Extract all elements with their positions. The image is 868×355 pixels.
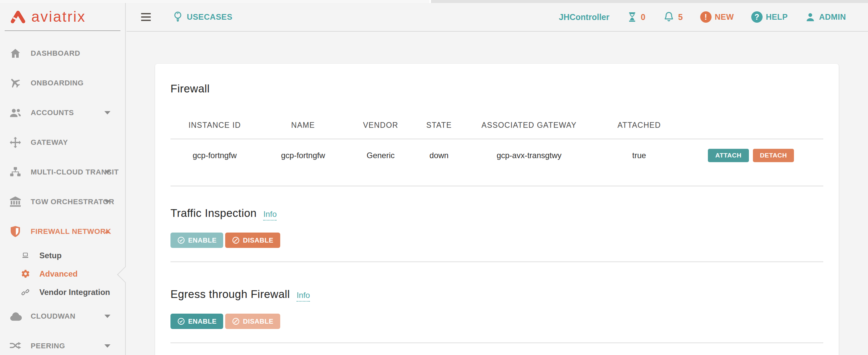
question-icon: ? [751,11,763,23]
new-label: NEW [715,12,734,22]
whats-new-button[interactable]: ! NEW [700,11,734,23]
menu-toggle-button[interactable] [141,13,151,21]
egress-disable-button[interactable]: DISABLE [225,314,280,329]
users-icon [8,106,23,119]
cell-name: gcp-fortngfw [259,148,347,163]
tasks-count: 0 [641,12,646,22]
egress-title: Egress through Firewall [170,288,290,301]
col-header-name: NAME [259,120,347,130]
top-scrollbar-thumb[interactable] [0,0,431,3]
sidebar-item-tgw-orchestrator[interactable]: TGW ORCHESTRATOR [0,187,125,216]
traffic-inspection-title: Traffic Inspection [170,207,256,220]
admin-menu[interactable]: ADMIN [805,11,846,23]
cell-instance-id: gcp-fortngfw [170,148,259,163]
aviatrix-logo-icon [9,8,27,25]
shuffle-icon [8,339,23,352]
brand-logo[interactable]: aviatrix [5,3,120,31]
main-content: Firewall INSTANCE ID NAME VENDOR STATE A… [126,32,868,355]
slash-circle-icon [232,317,240,325]
home-icon [8,48,23,59]
sidebar-item-multi-cloud-transit[interactable]: MULTI-CLOUD TRANSIT [0,157,125,187]
check-circle-icon [177,236,185,244]
plane-icon [8,77,23,89]
tasks-indicator[interactable]: 0 [627,11,646,23]
sidebar-subitem-setup[interactable]: Setup [0,246,125,265]
egress-info-link[interactable]: Info [297,291,310,302]
controller-name[interactable]: JHController [559,12,609,22]
brand-wordmark: aviatrix [31,8,86,25]
sidebar-item-peering[interactable]: PEERING [0,331,125,355]
notifications-indicator[interactable]: 5 [663,11,683,23]
sidebar-item-gateway[interactable]: GATEWAY [0,127,125,157]
chevron-down-icon [104,171,111,174]
chevron-down-icon [104,111,111,114]
table-row: gcp-fortngfw gcp-fortngfw Generic down g… [170,140,823,186]
help-button[interactable]: ? HELP [751,11,788,23]
cloud-icon [8,309,23,323]
bank-icon [8,196,23,208]
egress-enable-button[interactable]: ENABLE [170,314,223,329]
firewall-card: Firewall INSTANCE ID NAME VENDOR STATE A… [155,64,839,355]
traffic-inspection-enable-button[interactable]: ENABLE [170,233,223,248]
page-title: Firewall [170,64,823,95]
link-icon [20,288,31,297]
topbar-right: JHController 0 5 ! [559,11,846,23]
hourglass-icon [627,11,638,23]
slash-circle-icon [232,236,240,244]
admin-label: ADMIN [819,12,846,22]
lightbulb-icon [172,10,184,24]
alert-icon: ! [700,11,712,23]
traffic-inspection-info-link[interactable]: Info [263,210,277,220]
sidebar-item-onboarding[interactable]: ONBOARDING [0,68,125,98]
laptop-icon [20,251,31,260]
col-header-instance-id: INSTANCE ID [170,120,259,130]
traffic-inspection-section: Traffic Inspection Info ENABLE DISABLE [170,186,823,262]
user-icon [805,11,816,23]
traffic-inspection-disable-button[interactable]: DISABLE [225,233,280,248]
move-arrows-icon [8,136,23,149]
cell-vendor: Generic [347,148,414,163]
col-header-associated-gateway: ASSOCIATED GATEWAY [464,120,594,130]
usecases-label: USECASES [187,12,232,22]
sidebar-item-accounts[interactable]: ACCOUNTS [0,98,125,127]
sidebar-item-dashboard[interactable]: DASHBOARD [0,38,125,68]
col-header-state: STATE [414,120,464,130]
chevron-down-icon [104,200,111,204]
topbar: USECASES JHController 0 5 [126,3,868,32]
attach-button[interactable]: ATTACH [708,149,749,162]
chevron-down-icon [104,315,111,318]
sidebar-item-firewall-network[interactable]: FIREWALL NETWORK [0,216,125,246]
check-circle-icon [177,317,185,325]
col-header-vendor: VENDOR [347,120,414,130]
sidebar: aviatrix DASHBOARD ONBOARDING [0,3,126,355]
top-scrollbar[interactable] [0,0,868,3]
notifications-count: 5 [678,12,683,22]
bell-icon [663,11,675,23]
cell-state: down [414,148,464,163]
sidebar-subitem-advanced[interactable]: Advanced [0,265,125,283]
sitemap-icon [8,166,23,178]
cell-attached: true [594,148,684,163]
gear-icon [20,269,31,278]
help-label: HELP [766,12,788,22]
table-header-row: INSTANCE ID NAME VENDOR STATE ASSOCIATED… [170,120,823,140]
egress-section: Egress through Firewall Info ENABLE DISA… [170,262,823,343]
col-header-attached: ATTACHED [594,120,684,130]
sidebar-item-cloudwan[interactable]: CLOUDWAN [0,301,125,331]
usecases-button[interactable]: USECASES [172,10,232,24]
sidebar-nav: DASHBOARD ONBOARDING ACCOUNTS [0,31,125,355]
firewall-table: INSTANCE ID NAME VENDOR STATE ASSOCIATED… [170,120,823,186]
sidebar-subitem-vendor-integration[interactable]: Vendor Integration [0,283,125,301]
detach-button[interactable]: DETACH [753,149,794,162]
row-actions: ATTACH DETACH [708,149,794,162]
chevron-up-icon [104,230,111,233]
cell-associated-gateway: gcp-avx-transgtwy [464,148,594,163]
shield-icon [8,225,23,238]
chevron-down-icon [104,344,111,348]
